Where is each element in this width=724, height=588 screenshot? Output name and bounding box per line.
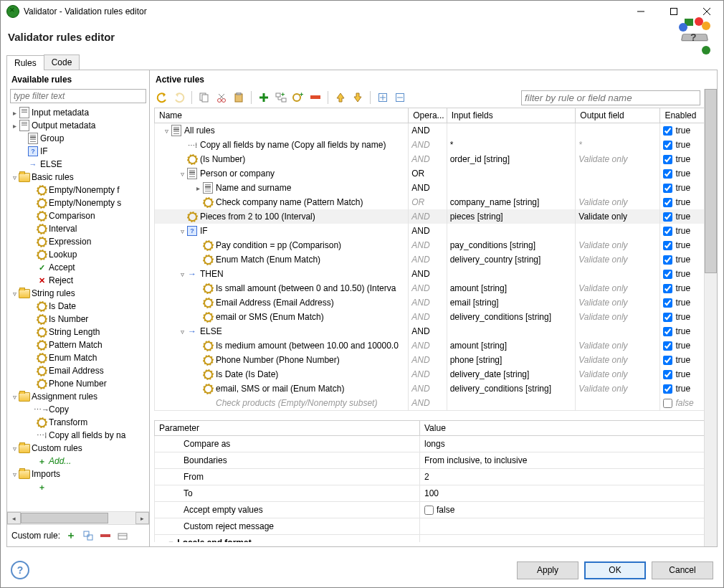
- tree-item[interactable]: ✕Reject: [9, 274, 149, 287]
- minimize-button[interactable]: [624, 1, 657, 22]
- tree-item[interactable]: Is Number: [9, 313, 149, 326]
- enabled-checkbox[interactable]: [663, 270, 672, 279]
- remove-button[interactable]: [308, 90, 323, 105]
- enabled-checkbox[interactable]: [663, 212, 672, 222]
- tree-item[interactable]: Email Address: [9, 364, 149, 377]
- collapse-all-button[interactable]: [392, 90, 408, 105]
- tree-item[interactable]: Expression: [9, 235, 149, 248]
- param-checkbox[interactable]: [424, 506, 434, 515]
- table-row[interactable]: Is Date (Is Date)ANDdelivery_date [strin…: [155, 367, 705, 381]
- tree-item[interactable]: ▸Input metadata: [9, 106, 149, 119]
- table-row[interactable]: Pieces from 2 to 100 (Interval)ANDpieces…: [155, 209, 705, 224]
- enabled-checkbox[interactable]: [663, 399, 672, 408]
- table-row[interactable]: email, SMS or mail (Enum Match)ANDdelive…: [155, 381, 705, 396]
- twisty-icon[interactable]: ▿: [178, 328, 186, 336]
- tree-item[interactable]: ▿Custom rules: [9, 442, 149, 455]
- enabled-checkbox[interactable]: [663, 298, 672, 308]
- add-child-button[interactable]: +: [273, 90, 289, 105]
- custom-rule-remove-button[interactable]: [99, 529, 112, 542]
- col-output-field[interactable]: Output field: [576, 108, 660, 123]
- parameter-table[interactable]: Parameter Value Compare aslongsBoundarie…: [154, 420, 705, 542]
- enabled-checkbox[interactable]: [663, 327, 672, 336]
- table-row[interactable]: ▿Person or companyORtrue: [155, 166, 705, 181]
- table-row[interactable]: ▸Name and surnameANDtrue: [155, 181, 705, 195]
- tree-item[interactable]: Lookup: [9, 248, 149, 261]
- col-name[interactable]: Name: [155, 108, 409, 123]
- table-row[interactable]: Pay condition = pp (Comparison)ANDpay_co…: [155, 238, 705, 252]
- table-row[interactable]: email or SMS (Enum Match)ANDdelivery_con…: [155, 310, 705, 324]
- enabled-checkbox[interactable]: [663, 370, 672, 379]
- available-rules-tree[interactable]: ▸Input metadata ▸Output metadata Group ?…: [7, 105, 149, 511]
- right-vscrollbar[interactable]: [704, 89, 717, 546]
- col-value[interactable]: Value: [420, 421, 705, 436]
- enabled-checkbox[interactable]: [663, 184, 672, 193]
- enabled-checkbox[interactable]: [663, 141, 672, 150]
- add-button[interactable]: [256, 90, 272, 105]
- tree-item[interactable]: ✓Accept: [9, 261, 149, 274]
- active-rules-filter[interactable]: [521, 90, 700, 105]
- enabled-checkbox[interactable]: [663, 384, 672, 394]
- add-rule-button[interactable]: +: [290, 90, 306, 105]
- apply-button[interactable]: Apply: [517, 561, 578, 579]
- tree-item[interactable]: ＋: [9, 480, 149, 493]
- enabled-checkbox[interactable]: [663, 241, 672, 250]
- param-section[interactable]: ▿ Locale and format: [155, 535, 705, 543]
- tree-item[interactable]: ▸Output metadata: [9, 119, 149, 132]
- ok-button[interactable]: OK: [584, 561, 646, 579]
- custom-rule-edit-button[interactable]: [82, 529, 95, 542]
- param-row[interactable]: BoundariesFrom inclusive, to inclusive: [155, 452, 705, 469]
- twisty-icon[interactable]: ▿: [178, 270, 186, 278]
- tree-item[interactable]: Interval: [9, 222, 149, 235]
- enabled-checkbox[interactable]: [663, 126, 672, 136]
- table-row[interactable]: Is small amount (between 0 and 10.50) (I…: [155, 281, 705, 295]
- active-rules-grid[interactable]: Name Opera... Input fields Output field …: [154, 108, 705, 411]
- tree-item[interactable]: Enum Match: [9, 351, 149, 364]
- custom-rule-add-button[interactable]: ＋: [65, 529, 77, 542]
- twisty-icon[interactable]: ▸: [194, 184, 202, 192]
- tab-code[interactable]: Code: [44, 54, 80, 70]
- table-row[interactable]: ▿→THENANDtrue: [155, 267, 705, 281]
- tree-item[interactable]: ▿String rules: [9, 287, 149, 300]
- col-enabled[interactable]: Enabled: [660, 108, 705, 123]
- tree-item[interactable]: Group: [9, 132, 149, 145]
- col-parameter[interactable]: Parameter: [155, 421, 420, 436]
- tab-rules[interactable]: Rules: [6, 55, 44, 70]
- help-button[interactable]: ?: [11, 561, 29, 579]
- table-row[interactable]: Check products (Empty/Nonempty subset)AN…: [155, 396, 705, 411]
- twisty-icon[interactable]: ▿: [178, 227, 186, 235]
- available-rules-filter[interactable]: [10, 89, 146, 103]
- tree-item[interactable]: ▿Basic rules: [9, 171, 149, 184]
- custom-rule-export-button[interactable]: [116, 529, 129, 542]
- enabled-checkbox[interactable]: [663, 227, 672, 236]
- tree-item[interactable]: String Length: [9, 326, 149, 338]
- tree-hscrollbar[interactable]: ◂ ▸: [7, 511, 149, 524]
- table-row[interactable]: Is medium amount (between 10.00 and 1000…: [155, 338, 705, 353]
- enabled-checkbox[interactable]: [663, 313, 672, 322]
- undo-button[interactable]: [154, 90, 170, 105]
- param-row[interactable]: To100: [155, 485, 705, 502]
- enabled-checkbox[interactable]: [663, 356, 672, 365]
- param-row[interactable]: Custom reject message: [155, 518, 705, 535]
- param-row[interactable]: Accept empty valuesfalse: [155, 502, 705, 518]
- tree-item[interactable]: Comparison: [9, 209, 149, 222]
- tree-item[interactable]: Is Date: [9, 300, 149, 313]
- move-up-button[interactable]: [333, 90, 348, 105]
- paste-button[interactable]: [231, 90, 247, 105]
- scroll-right-icon[interactable]: ▸: [135, 512, 149, 524]
- table-row[interactable]: ▿→ELSEANDtrue: [155, 324, 705, 338]
- col-input-fields[interactable]: Input fields: [447, 108, 576, 123]
- table-row[interactable]: ▿?IFANDtrue: [155, 224, 705, 238]
- enabled-checkbox[interactable]: [663, 255, 672, 265]
- table-row[interactable]: Phone Number (Phone Number)ANDphone [str…: [155, 353, 705, 367]
- enabled-checkbox[interactable]: [663, 284, 672, 293]
- tree-item[interactable]: Empty/Nonempty f: [9, 184, 149, 196]
- twisty-icon[interactable]: ▿: [178, 170, 186, 178]
- param-row[interactable]: Compare aslongs: [155, 436, 705, 452]
- tree-item[interactable]: Phone Number: [9, 377, 149, 390]
- enabled-checkbox[interactable]: [663, 198, 672, 207]
- tree-item[interactable]: ⋯⁞Copy all fields by na: [9, 429, 149, 442]
- cancel-button[interactable]: Cancel: [652, 561, 713, 579]
- tree-item[interactable]: ⋯→Copy: [9, 403, 149, 416]
- table-row[interactable]: (Is Number)ANDorder_id [string]Validate …: [155, 152, 705, 166]
- tree-item[interactable]: →ELSE: [9, 158, 149, 171]
